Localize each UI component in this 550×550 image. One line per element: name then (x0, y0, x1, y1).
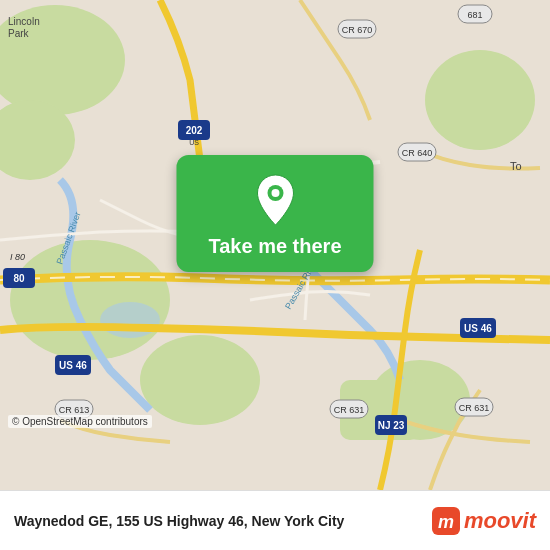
take-me-there-card[interactable]: Take me there (176, 155, 373, 272)
cta-container: Take me there (176, 155, 373, 272)
svg-point-4 (140, 335, 260, 425)
svg-text:681: 681 (467, 10, 482, 20)
svg-text:US: US (189, 139, 199, 146)
map-container[interactable]: 80 202 US US 46 US 46 NJ 23 CR 670 681 C… (0, 0, 550, 490)
svg-text:I 80: I 80 (10, 252, 25, 262)
svg-text:CR 670: CR 670 (342, 25, 373, 35)
svg-text:NJ 23: NJ 23 (378, 420, 405, 431)
take-me-there-button[interactable]: Take me there (208, 235, 341, 258)
location-pin-icon (253, 173, 297, 227)
moovit-logo-text: moovit (464, 508, 536, 534)
svg-point-8 (100, 302, 160, 338)
svg-text:Park: Park (8, 28, 30, 39)
moovit-logo: m moovit (432, 507, 536, 535)
location-name: Waynedod GE, 155 US Highway 46, New York… (14, 513, 432, 529)
svg-text:US 46: US 46 (464, 323, 492, 334)
svg-text:80: 80 (13, 273, 25, 284)
svg-text:Lincoln: Lincoln (8, 16, 40, 27)
location-info: Waynedod GE, 155 US Highway 46, New York… (14, 513, 432, 529)
svg-text:CR 613: CR 613 (59, 405, 90, 415)
svg-text:202: 202 (186, 125, 203, 136)
moovit-m-icon: m (432, 507, 460, 535)
svg-text:CR 640: CR 640 (402, 148, 433, 158)
svg-text:To: To (510, 160, 522, 172)
svg-text:m: m (438, 512, 454, 532)
svg-point-6 (425, 50, 535, 150)
bottom-bar: Waynedod GE, 155 US Highway 46, New York… (0, 490, 550, 550)
svg-text:CR 631: CR 631 (459, 403, 490, 413)
svg-text:CR 631: CR 631 (334, 405, 365, 415)
map-attribution: © OpenStreetMap contributors (8, 415, 152, 428)
svg-text:US 46: US 46 (59, 360, 87, 371)
svg-point-39 (271, 189, 279, 197)
